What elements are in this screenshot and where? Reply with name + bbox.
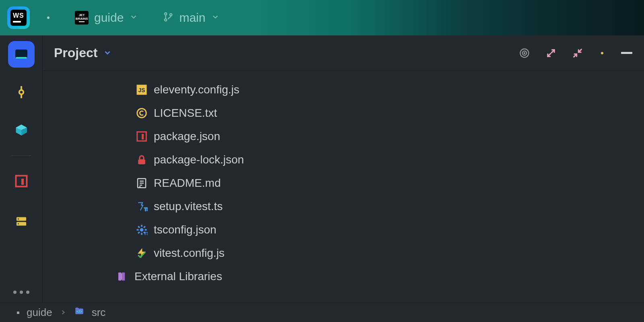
tool-sidebar <box>0 35 43 303</box>
chevron-down-icon <box>211 12 220 23</box>
svg-rect-12 <box>21 179 24 185</box>
branch-name: main <box>179 11 205 25</box>
svg-rect-29 <box>138 159 145 165</box>
sidebar-separator <box>11 155 31 156</box>
more-tools-button[interactable] <box>13 291 29 294</box>
npm-tool-button[interactable] <box>8 168 35 194</box>
titlebar: WS JETBRAINS guide main <box>0 0 644 35</box>
npm-file-icon <box>135 130 148 143</box>
external-libraries-label: External Libraries <box>134 270 222 283</box>
file-row[interactable]: TS setup.vitest.ts <box>43 195 644 218</box>
project-selector[interactable]: JETBRAINS guide <box>75 11 138 25</box>
main-menu-button[interactable] <box>40 6 56 29</box>
chevron-down-icon <box>129 12 138 23</box>
branch-selector[interactable]: main <box>163 11 220 25</box>
file-row[interactable]: JS eleventy.config.js <box>43 78 644 101</box>
breadcrumb-current[interactable]: src <box>92 306 106 319</box>
svg-point-0 <box>165 13 167 15</box>
select-opened-file-button[interactable] <box>518 47 530 59</box>
readme-icon <box>135 177 148 190</box>
panel-options-button[interactable] <box>598 42 606 64</box>
svg-rect-47 <box>122 272 125 281</box>
file-row[interactable]: package-lock.json <box>43 148 644 171</box>
library-icon <box>116 270 129 283</box>
app-logo-text: WS <box>13 13 24 19</box>
ts-config-icon: TS <box>135 223 148 236</box>
file-name: vitest.config.js <box>154 247 225 260</box>
file-name: tsconfig.json <box>154 223 217 236</box>
lock-icon <box>135 153 148 166</box>
external-libraries-row[interactable]: External Libraries <box>43 265 644 288</box>
file-row[interactable]: TS tsconfig.json <box>43 218 644 242</box>
file-name: package.json <box>154 130 220 143</box>
database-tool-button[interactable] <box>8 208 35 235</box>
svg-line-43 <box>144 226 145 228</box>
svg-point-5 <box>19 90 23 95</box>
navigation-bar: guide </> src <box>0 303 644 322</box>
file-name: package-lock.json <box>154 153 244 166</box>
svg-rect-4 <box>16 57 27 59</box>
svg-text:TS: TS <box>144 207 148 212</box>
project-panel-title-group[interactable]: Project <box>54 45 112 60</box>
commit-tool-button[interactable] <box>8 79 35 105</box>
chevron-down-icon <box>103 45 112 60</box>
svg-line-42 <box>138 232 140 233</box>
file-name: setup.vitest.ts <box>154 200 223 213</box>
panel-title: Project <box>54 45 97 60</box>
svg-point-26 <box>137 109 147 118</box>
expand-all-button[interactable] <box>545 47 557 59</box>
folder-src-icon: </> <box>74 306 85 319</box>
project-panel-header: Project <box>43 35 644 71</box>
file-row[interactable]: vitest.config.js <box>43 242 644 265</box>
breadcrumb-root-marker <box>17 312 19 314</box>
svg-point-35 <box>140 228 144 232</box>
svg-point-15 <box>18 219 19 220</box>
collapse-all-button[interactable] <box>572 47 584 59</box>
package-tool-button[interactable] <box>8 117 35 143</box>
file-name: eleventy.config.js <box>154 83 239 96</box>
breadcrumb-root[interactable]: guide <box>27 306 52 319</box>
file-row[interactable]: LICENSE.txt <box>43 101 644 125</box>
hide-panel-button[interactable] <box>621 47 633 59</box>
svg-line-40 <box>138 226 140 228</box>
svg-text:TS: TS <box>144 231 148 236</box>
svg-rect-28 <box>142 134 144 140</box>
vitest-ts-icon: TS <box>135 200 148 213</box>
jetbrains-icon: JETBRAINS <box>75 11 89 25</box>
svg-point-1 <box>165 19 167 21</box>
vitest-bolt-icon <box>135 247 148 260</box>
svg-point-16 <box>18 223 19 225</box>
chevron-right-icon <box>60 306 67 319</box>
project-tree[interactable]: JS eleventy.config.js LICENSE.txt packag… <box>43 71 644 303</box>
svg-text:JS: JS <box>138 87 145 93</box>
js-file-icon: JS <box>135 83 148 96</box>
git-branch-icon <box>163 12 173 24</box>
file-row[interactable]: package.json <box>43 125 644 148</box>
project-tool-button[interactable] <box>8 41 35 68</box>
app-logo[interactable]: WS <box>7 6 30 29</box>
svg-rect-3 <box>16 50 27 58</box>
svg-point-19 <box>524 52 525 53</box>
file-name: LICENSE.txt <box>154 107 217 120</box>
copyright-icon <box>135 107 148 120</box>
svg-text:</>: </> <box>76 309 82 314</box>
file-row[interactable]: README.md <box>43 171 644 195</box>
file-name: README.md <box>154 177 221 190</box>
project-name: guide <box>94 11 124 25</box>
svg-rect-46 <box>118 272 122 281</box>
